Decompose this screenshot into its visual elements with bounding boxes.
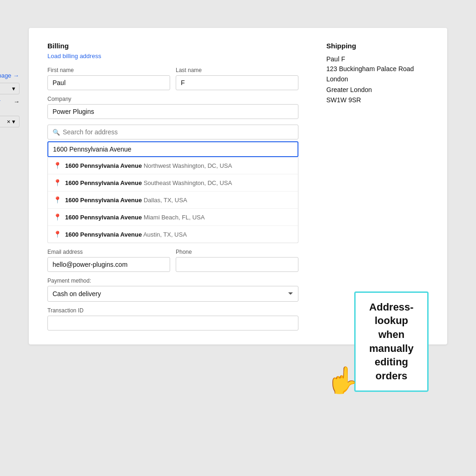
autocomplete-text-2: 1600 Pennsylvania Avenue Southeast Washi… [65, 179, 232, 186]
transaction-group: Transaction ID [47, 307, 298, 331]
name-row: First name Last name [47, 67, 298, 90]
profile-links: Profile → View other orders → [0, 98, 20, 112]
autocomplete-item[interactable]: 📍 1600 Pennsylvania Avenue Northwest Was… [48, 157, 298, 174]
shipping-line4: SW1W 9SR [326, 95, 429, 105]
transaction-label: Transaction ID [47, 307, 298, 314]
payment-select[interactable]: Cash on delivery [47, 286, 298, 302]
hand-icon: 👆 [326, 365, 359, 396]
last-name-group: Last name [176, 67, 298, 90]
payment-label: Payment method: [47, 278, 298, 284]
left-dropdown[interactable]: ▾ [0, 83, 20, 94]
pin-icon-1: 📍 [53, 162, 61, 169]
annotation-wrapper: 👆 Address-lookup when manually editing o… [326, 291, 429, 392]
x-dropdown-controls: × ▾ [7, 118, 15, 125]
email-label: Email address [47, 249, 170, 255]
pin-icon-4: 📍 [53, 213, 61, 221]
email-group: Email address [47, 249, 170, 272]
shipping-line2: London [326, 74, 429, 84]
pin-icon-5: 📍 [53, 231, 61, 238]
address-search-box[interactable]: 🔍 [47, 125, 298, 139]
company-input[interactable] [47, 104, 298, 119]
address-search-container: 🔍 📍 1600 Pennsylvania Avenue Northwest W… [47, 125, 298, 243]
left-panel: 14 ▲ ▼ 11 ▲ ▼ Customer payment page → [0, 56, 20, 127]
autocomplete-item[interactable]: 📍 1600 Pennsylvania Avenue Miami Beach, … [48, 209, 298, 226]
annotation-text: Address-lookup when manually editing ord… [365, 300, 418, 383]
annotation-box: Address-lookup when manually editing ord… [354, 291, 429, 392]
shipping-name: Paul F [326, 55, 429, 63]
first-name-group: First name [47, 67, 170, 90]
transaction-input[interactable] [47, 316, 298, 331]
first-name-label: First name [47, 67, 170, 73]
search-icon: 🔍 [53, 129, 60, 136]
page-container: 14 ▲ ▼ 11 ▲ ▼ Customer payment page → [0, 0, 476, 476]
phone-input[interactable] [176, 257, 298, 272]
email-phone-row: Email address Phone [47, 249, 298, 272]
last-name-label: Last name [176, 67, 298, 73]
last-name-input[interactable] [176, 75, 298, 90]
customer-payment-link[interactable]: Customer payment page → [0, 72, 20, 79]
autocomplete-dropdown: 📍 1600 Pennsylvania Avenue Northwest Was… [47, 157, 298, 243]
address-search-input[interactable] [63, 128, 293, 136]
billing-section: Billing Load billing address First name … [47, 42, 298, 331]
shipping-title: Shipping [326, 42, 429, 50]
view-orders-arrow: → [13, 98, 20, 112]
autocomplete-text-1: 1600 Pennsylvania Avenue Northwest Washi… [65, 162, 232, 169]
autocomplete-item[interactable]: 📍 1600 Pennsylvania Avenue Southeast Was… [48, 174, 298, 192]
autocomplete-item[interactable]: 📍 1600 Pennsylvania Avenue Dallas, TX, U… [48, 192, 298, 209]
autocomplete-text-5: 1600 Pennsylvania Avenue Austin, TX, USA [65, 231, 187, 238]
phone-group: Phone [176, 249, 298, 272]
shipping-line3: Greater London [326, 85, 429, 95]
main-card: 14 ▲ ▼ 11 ▲ ▼ Customer payment page → [29, 28, 447, 344]
pin-icon-2: 📍 [53, 179, 61, 186]
x-dropdown[interactable]: × ▾ [0, 116, 20, 127]
shipping-section: Shipping Paul F 123 Buckingham Palace Ro… [326, 42, 429, 331]
left-dropdown-chevron: ▾ [12, 85, 15, 92]
view-orders-link[interactable]: View other orders [0, 98, 12, 112]
email-input[interactable] [47, 257, 170, 272]
annotation-container: 👆 Address-lookup when manually editing o… [326, 291, 429, 392]
autocomplete-text-4: 1600 Pennsylvania Avenue Miami Beach, FL… [65, 214, 205, 221]
first-name-input[interactable] [47, 75, 170, 90]
autocomplete-text-3: 1600 Pennsylvania Avenue Dallas, TX, USA [65, 197, 187, 204]
billing-title: Billing [47, 42, 298, 50]
company-group: Company [47, 96, 298, 119]
address-active-input[interactable] [47, 141, 298, 157]
load-billing-link[interactable]: Load billing address [47, 53, 101, 60]
phone-label: Phone [176, 249, 298, 255]
payment-group: Payment method: Cash on delivery [47, 278, 298, 307]
spinner-row: 14 ▲ ▼ 11 ▲ ▼ [0, 56, 20, 67]
autocomplete-item[interactable]: 📍 1600 Pennsylvania Avenue Austin, TX, U… [48, 226, 298, 243]
shipping-address: Paul F 123 Buckingham Palace Road London… [326, 55, 429, 106]
shipping-line1: 123 Buckingham Palace Road [326, 64, 429, 74]
content-row: Billing Load billing address First name … [47, 42, 429, 331]
pin-icon-3: 📍 [53, 196, 61, 204]
company-label: Company [47, 96, 298, 102]
